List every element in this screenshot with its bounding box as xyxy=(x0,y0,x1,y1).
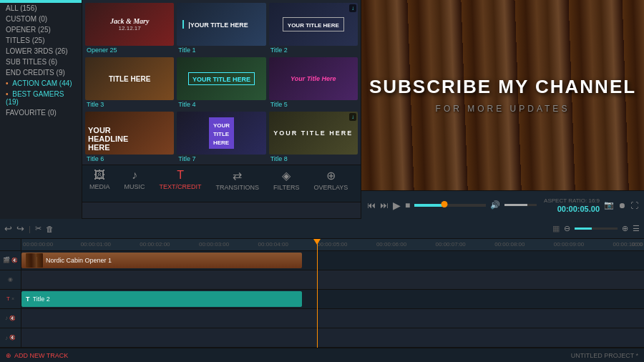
playhead-line-4 xyxy=(317,309,318,328)
tl-settings[interactable]: ☰ xyxy=(633,224,640,233)
progress-bar[interactable] xyxy=(414,204,486,207)
media-item[interactable]: TITLE HERETitle 3 xyxy=(85,57,174,109)
media-grid: Jack & Mary12.12.17Opener 25|YOUR TITLE … xyxy=(82,0,361,165)
volume-icon[interactable]: 🔊 xyxy=(490,200,500,210)
stop-btn[interactable]: ■ xyxy=(405,200,410,210)
toolbar-label-text: TEXT/CREDIT xyxy=(160,183,202,190)
volume-fill xyxy=(504,204,527,206)
toolbar-label-music: MUSIC xyxy=(125,183,145,190)
media-item[interactable]: YOURTITLEHERETitle 7 xyxy=(177,112,265,163)
ruler-mark-2: 00:00:02:00 xyxy=(140,241,170,248)
media-item-label: Title 6 xyxy=(85,155,174,163)
add-new-track-btn[interactable]: ⊕ ADD NEW TRACK xyxy=(6,352,68,359)
media-item[interactable]: Jack & Mary12.12.17Opener 25 xyxy=(85,3,174,54)
delete-btn[interactable]: 🗑 xyxy=(46,225,54,233)
filters-icon: ◈ xyxy=(282,169,291,182)
ruler-mark-3: 00:00:03:00 xyxy=(199,241,229,248)
category-item[interactable]: END CREDITS (9) xyxy=(0,67,82,78)
media-item[interactable]: Your Title HereTitle 5 xyxy=(269,57,358,109)
ruler-mark-5: 00:00:05:00 xyxy=(317,241,347,248)
category-item[interactable]: • ACTION CAM (44) xyxy=(0,78,82,89)
media-item-label: Title 1 xyxy=(177,46,265,54)
toolbar-btn-transitions[interactable]: ⇄TRANSITIONS xyxy=(209,165,267,202)
category-item[interactable]: TITLES (25) xyxy=(0,35,82,46)
toolbar-label-transitions: TRANSITIONS xyxy=(216,184,260,191)
tl-zoom-minus[interactable]: ⊖ xyxy=(564,224,570,233)
playhead-line-5 xyxy=(317,328,318,347)
track-row-5 xyxy=(21,328,644,348)
redo-btn[interactable]: ↪ xyxy=(16,223,24,234)
toolbar-label-media: MEDIA xyxy=(89,183,110,190)
fullscreen-btn[interactable]: ⛶ xyxy=(630,201,638,210)
cut-btn[interactable]: ✂ xyxy=(35,224,42,233)
preview-text-overlay: SUBSCRIBE MY CHANNEL FOR MORE UPDATES xyxy=(361,0,644,190)
download-icon[interactable]: ↓ xyxy=(349,113,356,121)
track-ctrl-4: ♪ 🔇 xyxy=(0,309,21,328)
tl-zoom-plus[interactable]: ⊕ xyxy=(622,224,628,233)
toolbar: 🖼MEDIA♪MUSICTTEXT/CREDIT⇄TRANSITIONS◈FIL… xyxy=(82,165,361,202)
volume-bar[interactable] xyxy=(504,204,537,206)
timeline-toolbar: ↩ ↪ | ✂ 🗑 ▦ ⊖ ⊕ ☰ xyxy=(0,219,644,239)
clip-label-1: Nordic Cabin Opener 1 xyxy=(46,257,112,264)
media-icon: 🖼 xyxy=(94,169,105,182)
media-thumb: YOUR TITLE HERE↓ xyxy=(269,112,358,155)
progress-handle[interactable] xyxy=(441,201,448,207)
track-ctrl-5: ♪ 🔇 xyxy=(0,328,21,348)
undo-btn[interactable]: ↩ xyxy=(4,223,12,234)
toolbar-btn-filters[interactable]: ◈FILTERS xyxy=(266,165,306,202)
category-item[interactable]: • BEST GAMERS (19) xyxy=(0,89,82,107)
playhead-line-2 xyxy=(317,270,318,289)
playhead-marker xyxy=(317,239,318,250)
tracks-left: 🎬 🔇 ◉ T × ♪ 🔇 ♪ 🔇 xyxy=(0,239,21,348)
add-icon: ⊕ xyxy=(6,352,11,359)
ruler-mark-6: 00:00:06:00 xyxy=(376,241,406,248)
media-item-label: Title 8 xyxy=(269,155,358,163)
progress-fill xyxy=(414,204,444,207)
timeline-area: ↩ ↪ | ✂ 🗑 ▦ ⊖ ⊕ ☰ 🎬 🔇 xyxy=(0,219,644,362)
playhead-line-1 xyxy=(317,251,318,270)
tl-zoom-bar[interactable] xyxy=(575,228,618,230)
skip-back-btn[interactable]: ⏭ xyxy=(380,200,389,210)
track-ctrl-1: 🎬 🔇 xyxy=(0,251,21,270)
media-item-label: Title 2 xyxy=(269,46,358,54)
media-item-label: Title 4 xyxy=(177,100,265,109)
category-item[interactable]: OPENER (25) xyxy=(0,24,82,35)
media-item[interactable]: |YOUR TITLE HERETitle 1 xyxy=(177,3,265,54)
media-item-label: Title 7 xyxy=(177,155,265,163)
timeline-main: 🎬 🔇 ◉ T × ♪ 🔇 ♪ 🔇 xyxy=(0,239,644,348)
ruler-mark-4: 00:00:04:00 xyxy=(258,241,288,248)
toolbar-btn-media[interactable]: 🖼MEDIA xyxy=(82,165,117,202)
track-ctrl-3: T × xyxy=(0,290,21,309)
center-panel: Jack & Mary12.12.17Opener 25|YOUR TITLE … xyxy=(82,0,644,219)
media-item[interactable]: YOUR TITLE HERE↓Title 8 xyxy=(269,112,358,163)
media-item[interactable]: YOUR TITLE HERETitle 4 xyxy=(177,57,265,109)
prev-frame-btn[interactable]: ⏮ xyxy=(367,200,376,210)
media-thumb: |YOUR TITLE HERE xyxy=(177,3,265,46)
media-item[interactable]: YOURHEADLINEHERETitle 6 xyxy=(85,112,174,163)
playhead-line-3 xyxy=(317,290,318,308)
category-item[interactable]: SUB TITLES (6) xyxy=(0,57,82,67)
track-row-1: Nordic Cabin Opener 1 xyxy=(21,251,644,270)
text-icon: T xyxy=(177,169,184,182)
media-item-label: Title 5 xyxy=(269,100,358,109)
video-clip-1[interactable]: Nordic Cabin Opener 1 xyxy=(21,253,302,268)
title-clip-1[interactable]: T Title 2 xyxy=(21,291,302,307)
media-item[interactable]: YOUR TITLE HERE↓Title 2 xyxy=(269,3,358,54)
category-item[interactable]: CUSTOM (0) xyxy=(0,14,82,24)
category-item[interactable]: LOWER 3RDS (26) xyxy=(0,46,82,57)
record-btn[interactable]: ⏺ xyxy=(618,201,626,210)
clip-thumb xyxy=(26,253,43,268)
toolbar-btn-music[interactable]: ♪MUSIC xyxy=(117,165,152,202)
snapshot-btn[interactable]: 📷 xyxy=(604,200,614,210)
toolbar-btn-text[interactable]: TTEXT/CREDIT xyxy=(152,165,209,202)
play-btn[interactable]: ▶ xyxy=(393,200,401,211)
timeline-ruler[interactable]: 00:00:00:00 00:00:01:00 00:00:02:00 00:0… xyxy=(21,239,644,251)
media-item-label: Opener 25 xyxy=(85,46,174,54)
category-item[interactable]: ALL (156) xyxy=(0,3,82,14)
toolbar-btn-overlays[interactable]: ⊕OVERLAYS xyxy=(306,165,355,202)
left-panel: ALL (156)CUSTOM (0)OPENER (25)TITLES (25… xyxy=(0,0,82,219)
category-item[interactable]: FAVOURITE (0) xyxy=(0,107,82,118)
track-row-4 xyxy=(21,309,644,328)
download-icon[interactable]: ↓ xyxy=(349,4,356,12)
track-row-3: T Title 2 xyxy=(21,290,644,309)
